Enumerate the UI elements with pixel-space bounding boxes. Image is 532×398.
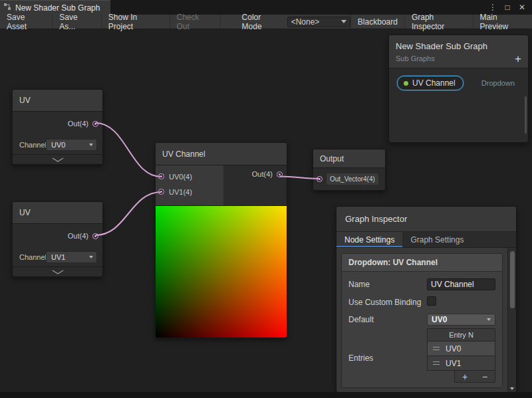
tab-graph-settings[interactable]: Graph Settings [402, 232, 471, 247]
remove-entry-button[interactable]: − [482, 372, 487, 381]
inspector-tabs: Node Settings Graph Settings [336, 232, 516, 248]
node-uv-top-header[interactable]: UV [13, 90, 102, 112]
dropdown-arrow-icon [341, 20, 346, 23]
node-collapse-button[interactable] [13, 266, 102, 276]
name-input[interactable] [427, 278, 495, 290]
add-property-button[interactable]: + [515, 53, 521, 64]
input-port-label: UV1(4) [169, 188, 192, 196]
entries-label: Entries [348, 328, 427, 363]
exposed-dot-icon [404, 81, 408, 86]
graph-inspector-panel[interactable]: Graph Inspector Node Settings Graph Sett… [336, 206, 517, 393]
blackboard-header: New Shader Sub Graph Sub Graphs + [389, 35, 528, 68]
blackboard-title: New Shader Sub Graph [396, 41, 521, 51]
blackboard-subtitle: Sub Graphs [396, 54, 521, 62]
property-pill-uv-channel[interactable]: UV Channel [397, 76, 464, 90]
node-collapse-button[interactable] [13, 154, 102, 164]
entry-row-uv1[interactable]: UV1 [427, 356, 495, 371]
node-uv-channel[interactable]: UV Channel UV0(4) UV1(4) Out(4) [155, 142, 287, 338]
tab-node-settings[interactable]: Node Settings [336, 232, 402, 247]
entries-field-row: Entries Entry N UV0 UV1 [348, 328, 495, 383]
save-asset-button[interactable]: Save Asset [0, 15, 53, 29]
out-port-icon[interactable] [92, 121, 98, 127]
default-dropdown[interactable]: UV0 [427, 314, 495, 326]
out-port-label: Out(4) [68, 232, 88, 240]
main-preview-toggle-button[interactable]: Main Preview [473, 15, 532, 29]
node-title: Output [320, 154, 344, 163]
node-uv-top-out-row: Out(4) [13, 112, 102, 136]
color-mode-label: Color Mode [242, 13, 282, 31]
kebab-menu-icon[interactable]: ⋮ [487, 3, 499, 12]
input-port-label: UV0(4) [169, 173, 192, 181]
entry-list-footer-row: + − [427, 371, 495, 383]
blackboard-item-row: UV Channel Dropdown [389, 68, 528, 90]
property-pill-label: UV Channel [412, 78, 456, 88]
add-entry-button[interactable]: + [462, 372, 467, 381]
dropdown-arrow-icon [89, 144, 93, 146]
window-bottom-edge [0, 392, 532, 398]
color-mode-dropdown[interactable]: <None> [287, 17, 350, 27]
default-label: Default [348, 314, 427, 324]
node-output-header[interactable]: Output [313, 149, 385, 168]
property-type-label: Dropdown [481, 79, 523, 87]
maximize-icon[interactable]: □ [501, 3, 513, 12]
graph-toolbar: Save Asset Save As... Show In Project Ch… [0, 15, 532, 29]
close-icon[interactable]: ✕ [516, 3, 528, 12]
node-uv-channel-header[interactable]: UV Channel [156, 143, 287, 165]
blackboard-panel[interactable]: New Shader Sub Graph Sub Graphs + UV Cha… [388, 35, 529, 143]
section-fields: Name Use Custom Binding Default UV0 [342, 272, 502, 383]
entry-row-uv0[interactable]: UV0 [427, 342, 495, 356]
out-port-label: Out(4) [252, 170, 273, 178]
node-uv-bottom-header[interactable]: UV [13, 202, 102, 224]
entry-label: UV1 [446, 359, 461, 368]
dropdown-settings-section: Dropdown: UV Channel Name Use Custom Bin… [341, 253, 503, 388]
node-title: UV [19, 208, 31, 217]
dropdown-arrow-icon [487, 318, 491, 321]
entry-label: UV0 [446, 344, 461, 353]
graph-inspector-toggle-button[interactable]: Graph Inspector [404, 15, 473, 29]
out-port-label: Out(4) [68, 120, 88, 128]
blackboard-toggle-button[interactable]: Blackboard [350, 15, 404, 29]
color-mode-group: Color Mode <None> [242, 15, 350, 29]
use-custom-binding-checkbox[interactable] [427, 296, 436, 306]
node-uv-channel-body: UV0(4) UV1(4) Out(4) [156, 165, 287, 205]
input-row-uv1: UV1(4) [156, 184, 223, 199]
channel-value: UV1 [51, 253, 65, 261]
save-as-button[interactable]: Save As... [53, 15, 102, 29]
node-output[interactable]: Output Out_Vector4(4) [313, 149, 386, 191]
shader-graph-window: New Shader Sub Graph ⋮ □ ✕ Save Asset Sa… [0, 0, 532, 398]
sub-graph-icon [3, 3, 11, 13]
graph-inspector-header: Graph Inspector [336, 207, 516, 232]
input-ports-section: UV0(4) UV1(4) [156, 165, 223, 205]
node-uv-bottom-out-row: Out(4) [13, 224, 102, 248]
node-uv-bottom[interactable]: UV Out(4) Channel UV1 [12, 201, 103, 277]
channel-label: Channel [19, 253, 46, 261]
input-port-icon[interactable] [158, 189, 164, 195]
node-uv-top[interactable]: UV Out(4) Channel UV0 [12, 89, 103, 165]
node-title: UV Channel [162, 149, 205, 159]
show-in-project-button[interactable]: Show In Project [102, 15, 170, 29]
use-custom-binding-label: Use Custom Binding [348, 296, 427, 307]
dropdown-arrow-icon [89, 256, 93, 258]
color-mode-value: <None> [291, 17, 320, 27]
input-port-icon[interactable] [317, 176, 323, 182]
channel-label: Channel [19, 141, 46, 149]
chevron-down-icon [52, 157, 64, 162]
scrollbar-thumb[interactable] [510, 251, 515, 308]
uv-preview-gradient [156, 205, 287, 338]
out-port-icon[interactable] [92, 233, 98, 239]
node-title: UV [19, 96, 31, 105]
inspector-scrollbar[interactable] [507, 248, 516, 392]
output-row: Out(4) [252, 170, 283, 178]
entry-list-header: Entry N [427, 328, 495, 342]
drag-handle-icon[interactable] [433, 347, 440, 350]
scrollbar-down-arrow-icon[interactable] [510, 387, 514, 390]
channel-dropdown[interactable]: UV1 [46, 251, 97, 263]
toolbar-right-group: Blackboard Graph Inspector Main Preview [350, 15, 532, 29]
input-port-icon[interactable] [158, 173, 164, 179]
default-value: UV0 [432, 315, 447, 324]
blackboard-scrollbar[interactable] [525, 96, 527, 134]
channel-dropdown[interactable]: UV0 [46, 139, 97, 151]
out-port-icon[interactable] [277, 171, 283, 177]
channel-value: UV0 [51, 141, 65, 149]
drag-handle-icon[interactable] [433, 361, 440, 365]
